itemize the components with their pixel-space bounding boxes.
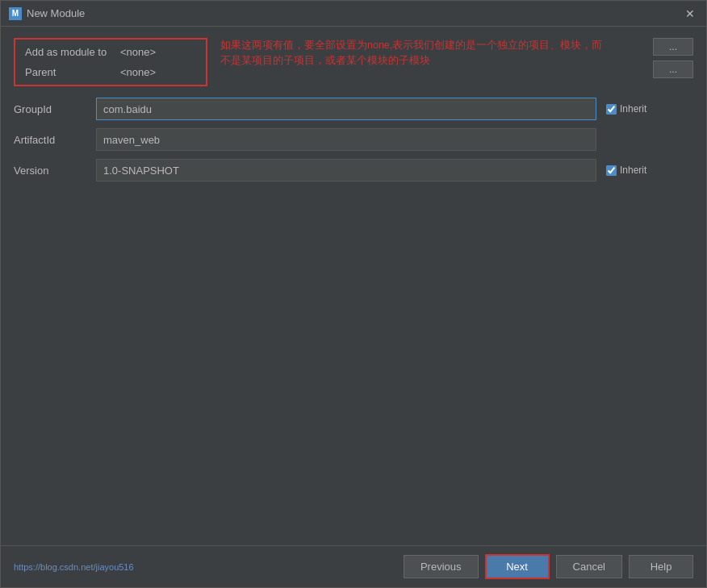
new-module-dialog: M New Module ✕ Add as module to <none> P… [0, 0, 707, 588]
top-right-btn1[interactable]: ... [653, 38, 693, 56]
add-as-module-value: <none> [120, 46, 156, 58]
module-fields-box: Add as module to <none> Parent <none> [14, 38, 207, 86]
groupid-row: GroupId Inherit [14, 98, 693, 120]
right-buttons: ... ... [653, 38, 693, 86]
parent-row: Parent <none> [25, 66, 196, 78]
version-label: Version [14, 165, 86, 177]
parent-value: <none> [120, 66, 156, 78]
top-right-btn2[interactable]: ... [653, 60, 693, 78]
add-as-module-row: Add as module to <none> [25, 46, 196, 58]
artifactid-label: ArtifactId [14, 134, 86, 146]
annotation-text: 如果这两项有值，要全部设置为none,表示我们创建的是一个独立的项目、模块，而不… [220, 38, 608, 86]
version-inherit-label: Inherit [606, 165, 646, 176]
groupid-label: GroupId [14, 103, 86, 115]
version-input[interactable] [96, 159, 596, 181]
bottom-bar: https://blog.csdn.net/jiayou516 Previous… [1, 545, 706, 587]
module-icon: M [9, 7, 22, 20]
add-as-module-label: Add as module to [25, 46, 114, 58]
groupid-input[interactable] [96, 98, 596, 120]
dialog-content: Add as module to <none> Parent <none> 如果… [1, 27, 706, 545]
main-fields: GroupId Inherit ArtifactId Version Inher… [14, 98, 693, 181]
close-button[interactable]: ✕ [682, 6, 698, 22]
groupid-inherit-label: Inherit [606, 103, 646, 115]
next-button[interactable]: Next [485, 554, 550, 579]
title-bar: M New Module ✕ [1, 1, 706, 27]
artifactid-input[interactable] [96, 128, 596, 151]
parent-label: Parent [25, 66, 114, 78]
title-bar-left: M New Module [9, 7, 85, 20]
dialog-title: New Module [27, 7, 85, 19]
help-button[interactable]: Help [629, 555, 693, 578]
version-inherit-checkbox[interactable] [606, 165, 617, 176]
previous-button[interactable]: Previous [404, 555, 479, 578]
groupid-inherit-checkbox[interactable] [606, 104, 617, 115]
top-section: Add as module to <none> Parent <none> 如果… [14, 38, 693, 86]
artifactid-row: ArtifactId [14, 128, 693, 151]
url-hint: https://blog.csdn.net/jiayou516 [14, 562, 134, 572]
cancel-button[interactable]: Cancel [556, 555, 622, 578]
version-row: Version Inherit [14, 159, 693, 181]
